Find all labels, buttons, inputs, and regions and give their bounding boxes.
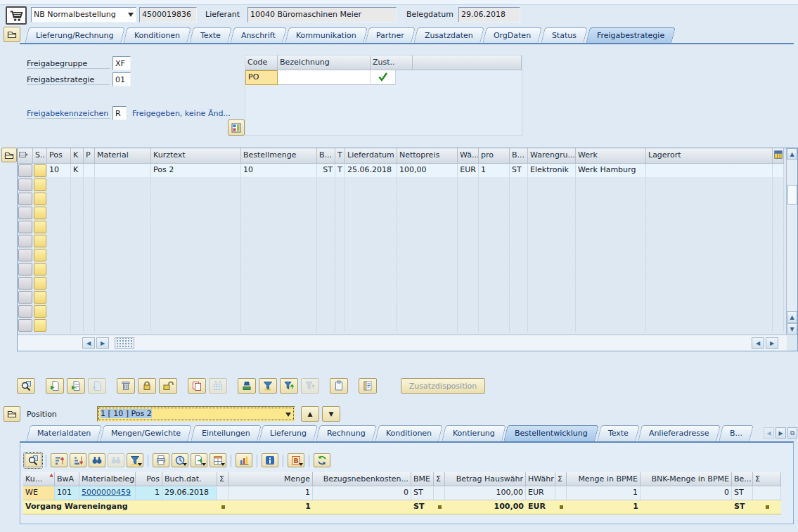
sort-button[interactable] <box>238 378 256 394</box>
item-cell[interactable] <box>47 234 71 248</box>
item-cell[interactable] <box>646 304 773 318</box>
duplicate-button[interactable] <box>188 378 206 394</box>
chevron-down-icon[interactable] <box>285 413 291 417</box>
item-cell[interactable] <box>479 248 510 262</box>
item-row[interactable] <box>18 206 797 220</box>
item-cell[interactable] <box>458 290 479 304</box>
graph-button[interactable] <box>236 453 252 467</box>
item-cell[interactable] <box>646 276 773 290</box>
item-cell[interactable]: Pos 2 <box>151 164 241 178</box>
notes-button[interactable] <box>359 378 377 394</box>
item-cell[interactable] <box>773 248 784 262</box>
item-cell[interactable] <box>317 192 335 206</box>
item-cell[interactable] <box>84 192 95 206</box>
item-cell[interactable]: 25.06.2018 <box>345 164 397 178</box>
item-cell[interactable] <box>479 220 510 234</box>
print-preview-button[interactable] <box>172 453 188 467</box>
item-cell[interactable] <box>317 304 335 318</box>
position-combo[interactable]: 1 [ 10 ] Pos 2 <box>97 406 295 422</box>
item-cell[interactable] <box>510 234 528 248</box>
filter-button[interactable] <box>127 453 143 467</box>
item-cell[interactable] <box>345 220 397 234</box>
history-col-header[interactable]: BwA <box>55 472 79 486</box>
item-cell[interactable] <box>646 164 773 178</box>
detail-tab-anlieferadresse[interactable]: Anlieferadresse <box>638 425 720 441</box>
item-cell[interactable] <box>576 248 646 262</box>
item-cell[interactable] <box>479 192 510 206</box>
item-cell[interactable] <box>646 248 773 262</box>
item-cell[interactable] <box>84 262 95 276</box>
release-indicator-field[interactable]: R <box>112 106 127 120</box>
item-cell[interactable] <box>773 164 784 178</box>
history-cell[interactable]: 5000000459 <box>79 486 136 500</box>
item-cell[interactable] <box>335 262 345 276</box>
release-strategy-field[interactable]: 01 <box>112 72 131 86</box>
history-col-header[interactable]: Menge <box>229 472 313 486</box>
history-col-header[interactable]: Buch.dat. <box>162 472 217 486</box>
item-cell[interactable] <box>510 178 528 192</box>
item-col-header[interactable]: Wä... <box>458 148 479 164</box>
item-col-header[interactable]: Nettopreis <box>397 148 458 164</box>
item-cell[interactable] <box>241 248 317 262</box>
scroll-up-icon[interactable]: ▲ <box>787 148 797 160</box>
item-cell[interactable]: 10 <box>241 164 317 178</box>
item-cell[interactable] <box>576 206 646 220</box>
item-cell[interactable] <box>576 262 646 276</box>
detail-button[interactable] <box>25 453 41 467</box>
detail-tab-konditionen[interactable]: Konditionen <box>375 425 443 441</box>
item-cell[interactable] <box>397 290 458 304</box>
item-cell[interactable] <box>84 178 95 192</box>
item-cell[interactable] <box>95 220 151 234</box>
item-cell[interactable] <box>397 234 458 248</box>
item-cell[interactable] <box>317 178 335 192</box>
release-group-field[interactable]: XF <box>112 56 131 70</box>
item-cell[interactable] <box>528 220 576 234</box>
row-status-button[interactable] <box>34 179 46 191</box>
tab-partner[interactable]: Partner <box>366 27 416 44</box>
refresh-button[interactable] <box>314 453 330 467</box>
sort-desc-button[interactable] <box>70 453 86 467</box>
tabs-scroll-left-icon[interactable]: ◀ <box>764 427 774 439</box>
item-cell[interactable] <box>241 290 317 304</box>
history-col-header[interactable]: Σ <box>753 472 781 486</box>
scroll-left2-icon[interactable]: ◀ <box>752 337 764 349</box>
item-cell[interactable] <box>397 304 458 318</box>
zusatzdisposition-button[interactable]: Zusatzdisposition <box>401 378 485 394</box>
print-button[interactable] <box>153 453 169 467</box>
item-cell[interactable] <box>528 192 576 206</box>
item-cell[interactable] <box>479 234 510 248</box>
history-col-header[interactable]: Materialbeleg <box>79 472 136 486</box>
history-col-header[interactable]: Betrag Hauswähr <box>445 472 526 486</box>
item-col-header[interactable]: B... <box>317 148 335 164</box>
item-col-header[interactable]: T <box>335 148 345 164</box>
history-col-header[interactable]: Σ <box>217 472 229 486</box>
item-cell[interactable] <box>317 290 335 304</box>
item-cell[interactable] <box>47 220 71 234</box>
sort-asc-button[interactable] <box>51 453 67 467</box>
item-cell[interactable] <box>510 290 528 304</box>
item-cell[interactable] <box>47 304 71 318</box>
item-cell[interactable] <box>345 262 397 276</box>
insert-schedule-button[interactable] <box>67 378 85 394</box>
item-cell[interactable] <box>576 304 646 318</box>
item-cell[interactable]: Elektronik <box>528 164 576 178</box>
history-col-header[interactable]: BNK-Menge in BPME <box>641 472 732 486</box>
scroll-left-icon[interactable]: ◀ <box>82 337 95 349</box>
item-cell[interactable] <box>335 290 345 304</box>
item-cell[interactable] <box>576 220 646 234</box>
item-cell[interactable] <box>317 276 335 290</box>
clipboard-button[interactable] <box>330 378 348 394</box>
item-cell[interactable] <box>151 178 241 192</box>
item-cell[interactable] <box>241 304 317 318</box>
item-cell[interactable] <box>479 178 510 192</box>
item-cell[interactable] <box>646 290 773 304</box>
row-selector-button[interactable] <box>18 193 32 205</box>
item-col-header[interactable]: Bestellmenge <box>241 148 317 164</box>
row-status-button[interactable] <box>34 164 46 177</box>
item-cell[interactable] <box>773 262 784 276</box>
item-cell[interactable] <box>241 192 317 206</box>
item-cell[interactable] <box>397 220 458 234</box>
item-cell[interactable] <box>458 318 479 332</box>
item-cell[interactable] <box>47 178 71 192</box>
item-cell[interactable] <box>510 220 528 234</box>
